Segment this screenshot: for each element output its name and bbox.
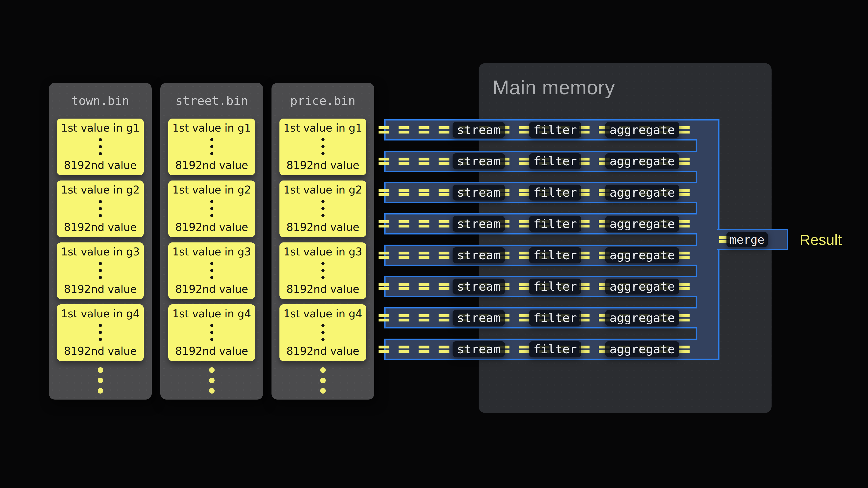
- filter-operator: filter: [529, 310, 581, 326]
- file-column-street-bin: street.bin 1st value in g1 8192nd value …: [160, 83, 263, 399]
- filter-operator: filter: [529, 341, 581, 357]
- stream-operator: stream: [453, 185, 505, 200]
- ellipsis-dot-icon: [321, 152, 324, 155]
- ellipsis-dot-icon: [321, 276, 324, 279]
- ellipsis-dot-icon: [99, 338, 102, 341]
- pipeline-gap-border: [695, 203, 697, 213]
- pipeline-gap-border: [695, 266, 697, 276]
- ellipsis-dot-icon: [321, 207, 324, 210]
- ellipsis-dot-icon: [99, 200, 102, 203]
- group-last-value: 8192nd value: [175, 221, 248, 233]
- more-groups-ellipsis-icon: [160, 367, 263, 394]
- vertical-ellipsis-icon: [99, 262, 102, 279]
- row-group-block: 1st value in g4 8192nd value: [279, 304, 366, 361]
- row-group-blocks: 1st value in g1 8192nd value 1st value i…: [160, 119, 263, 361]
- ellipsis-dot-icon: [210, 324, 213, 327]
- pipeline-gap-border: [695, 140, 697, 151]
- ellipsis-dot-icon: [321, 262, 324, 265]
- file-name: price.bin: [272, 83, 374, 119]
- vertical-ellipsis-icon: [210, 200, 213, 217]
- ellipsis-dot-icon: [210, 152, 213, 155]
- ellipsis-dot-icon: [99, 214, 102, 217]
- ellipsis-dot-icon: [321, 145, 324, 148]
- more-groups-ellipsis-icon: [49, 367, 152, 394]
- ellipsis-dot-icon: [321, 324, 324, 327]
- group-first-value: 1st value in g2: [173, 184, 251, 196]
- file-column-town-bin: town.bin 1st value in g1 8192nd value 1s…: [49, 83, 152, 399]
- ellipsis-dot-icon: [99, 152, 102, 155]
- ellipsis-dot-icon: [99, 207, 102, 210]
- ellipsis-dot-icon: [99, 324, 102, 327]
- group-last-value: 8192nd value: [175, 159, 248, 171]
- ellipsis-dot-icon: [99, 269, 102, 272]
- vertical-ellipsis-icon: [99, 324, 102, 341]
- filter-operator: filter: [529, 185, 581, 200]
- group-last-value: 8192nd value: [64, 283, 137, 295]
- aggregate-operator: aggregate: [605, 216, 679, 232]
- more-groups-dot-icon: [320, 388, 326, 394]
- row-group-block: 1st value in g3 8192nd value: [168, 242, 255, 299]
- more-groups-dot-icon: [209, 367, 215, 373]
- pipeline-row: streamfilteraggregate: [384, 151, 697, 172]
- pipeline-row: streamfilteraggregate: [384, 276, 697, 297]
- row-group-blocks: 1st value in g1 8192nd value 1st value i…: [272, 119, 374, 361]
- row-group-block: 1st value in g3 8192nd value: [279, 242, 366, 299]
- ellipsis-dot-icon: [210, 262, 213, 265]
- group-last-value: 8192nd value: [64, 221, 137, 233]
- group-first-value: 1st value in g4: [283, 308, 362, 320]
- aggregate-operator: aggregate: [605, 310, 679, 326]
- vertical-ellipsis-icon: [321, 200, 324, 217]
- filter-operator: filter: [529, 247, 581, 263]
- diagram-canvas: Main memory streamfilteraggregate stream…: [0, 0, 868, 488]
- group-first-value: 1st value in g3: [173, 246, 251, 258]
- pipeline-row: streamfilteraggregate: [384, 245, 697, 266]
- stream-operator: stream: [453, 153, 505, 169]
- more-groups-dot-icon: [98, 367, 103, 373]
- ellipsis-dot-icon: [99, 138, 102, 141]
- aggregate-operator: aggregate: [605, 122, 679, 138]
- ellipsis-dot-icon: [321, 200, 324, 203]
- group-last-value: 8192nd value: [286, 159, 359, 171]
- group-last-value: 8192nd value: [64, 159, 137, 171]
- group-first-value: 1st value in g1: [283, 122, 362, 134]
- result-label: Result: [800, 229, 842, 250]
- ellipsis-dot-icon: [99, 276, 102, 279]
- pipeline-comb: streamfilteraggregate streamfilteraggreg…: [384, 119, 719, 360]
- file-name: town.bin: [49, 83, 152, 119]
- group-first-value: 1st value in g2: [61, 184, 140, 196]
- row-group-blocks: 1st value in g1 8192nd value 1st value i…: [49, 119, 152, 361]
- stream-operator: stream: [453, 247, 505, 263]
- filter-operator: filter: [529, 122, 581, 138]
- filter-operator: filter: [529, 216, 581, 232]
- aggregate-operator: aggregate: [605, 153, 679, 169]
- vertical-ellipsis-icon: [321, 138, 324, 155]
- more-groups-dot-icon: [98, 388, 103, 394]
- vertical-ellipsis-icon: [99, 138, 102, 155]
- ellipsis-dot-icon: [210, 331, 213, 334]
- stream-operator: stream: [453, 122, 505, 138]
- ellipsis-dot-icon: [210, 338, 213, 341]
- ellipsis-dot-icon: [210, 207, 213, 210]
- ellipsis-dot-icon: [210, 214, 213, 217]
- pipeline-row: streamfilteraggregate: [384, 182, 697, 203]
- ellipsis-dot-icon: [99, 145, 102, 148]
- pipeline-spine: [697, 119, 719, 360]
- group-first-value: 1st value in g3: [61, 246, 140, 258]
- group-last-value: 8192nd value: [175, 345, 248, 357]
- file-column-price-bin: price.bin 1st value in g1 8192nd value 1…: [272, 83, 374, 399]
- row-group-block: 1st value in g2 8192nd value: [279, 181, 366, 237]
- more-groups-dot-icon: [209, 378, 215, 383]
- row-group-block: 1st value in g2 8192nd value: [57, 181, 144, 237]
- vertical-ellipsis-icon: [210, 324, 213, 341]
- pipeline-gap-border: [695, 234, 697, 245]
- pipeline-row: streamfilteraggregate: [384, 213, 697, 234]
- group-last-value: 8192nd value: [175, 283, 248, 295]
- more-groups-ellipsis-icon: [272, 367, 374, 394]
- main-memory-title: Main memory: [478, 63, 772, 99]
- ellipsis-dot-icon: [99, 331, 102, 334]
- stream-operator: stream: [453, 310, 505, 326]
- stream-operator: stream: [453, 216, 505, 232]
- aggregate-operator: aggregate: [605, 185, 679, 200]
- group-last-value: 8192nd value: [64, 345, 137, 357]
- ellipsis-dot-icon: [210, 276, 213, 279]
